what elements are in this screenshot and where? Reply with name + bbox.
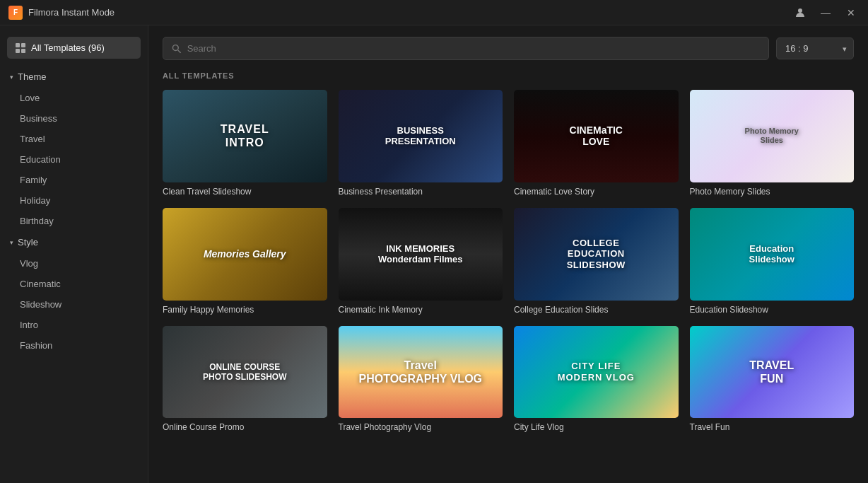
template-thumb-text-education-slideshow: Education Slideshow [749,243,794,265]
template-card-travel-photography-vlog[interactable]: Travel PHOTOGRAPHY VLOG Travel Photograp… [339,326,503,433]
content-area: 16 : 99 : 161 : 14 : 3 ALL TEMPLATES TRA… [148,25,868,483]
template-name-cinematic-ink-memory: Cinematic Ink Memory [339,305,503,315]
template-name-clean-travel-slideshow: Clean Travel Slideshow [163,187,327,197]
svg-point-1 [172,45,178,50]
close-button[interactable]: ✕ [843,4,860,21]
style-items: VlogCinematicSlideshowIntroFashion [0,253,148,356]
template-card-online-course-promo[interactable]: ONLINE COURSE PHOTO SLIDESHOW Online Cou… [163,326,327,433]
template-thumb-text-cinematic-love-story: CINEMaTIC LOVE [570,124,623,149]
template-thumb-travel-photography-vlog: Travel PHOTOGRAPHY VLOG [339,326,503,419]
user-button[interactable] [792,4,809,21]
aspect-ratio-select[interactable]: 16 : 99 : 161 : 14 : 3 [776,37,854,59]
search-wrapper [163,37,769,60]
template-card-education-slideshow[interactable]: Education Slideshow Education Slideshow [690,208,855,315]
template-thumb-college-education-slides: COLLEGE EDUCATION SLIDESHOW [514,208,679,301]
template-thumb-cinematic-ink-memory: INK MEMORIES Wonderdam Filmes [339,208,503,301]
template-thumb-text-cinematic-ink-memory: INK MEMORIES Wonderdam Filmes [378,243,463,265]
sidebar-item-birthday[interactable]: Birthday [0,211,148,231]
template-card-cinematic-love-story[interactable]: CINEMaTIC LOVE Cinematic Love Story [514,90,679,197]
minimize-button[interactable]: — [817,4,834,21]
sidebar-item-education[interactable]: Education [0,149,148,170]
template-grid: TRAVEL INTRO Clean Travel Slideshow BUSI… [163,90,854,432]
svg-point-0 [798,8,802,13]
title-bar: F Filmora Instant Mode — ✕ [0,0,868,25]
template-name-online-course-promo: Online Course Promo [163,422,327,432]
sidebar-item-vlog[interactable]: Vlog [0,253,148,274]
template-thumb-cinematic-love-story: CINEMaTIC LOVE [514,90,679,182]
sidebar-item-business[interactable]: Business [0,108,148,129]
theme-section-label: Theme [18,71,46,82]
style-section-header[interactable]: ▾ Style [0,231,148,253]
template-thumb-text-college-education-slides: COLLEGE EDUCATION SLIDESHOW [567,238,626,271]
title-bar-left: F Filmora Instant Mode [8,6,115,20]
template-card-business-presentation[interactable]: BUSINESS PRESENTATION Business Presentat… [339,90,503,197]
template-name-city-life-vlog: City Life Vlog [514,422,679,432]
all-templates-label: All Templates (96) [31,42,105,53]
template-name-family-happy-memories: Family Happy Memories [163,305,327,315]
style-section-label: Style [18,237,38,248]
template-card-cinematic-ink-memory[interactable]: INK MEMORIES Wonderdam Filmes Cinematic … [339,208,503,315]
template-thumb-travel-fun: TRAVEL FUN [690,326,855,419]
template-name-cinematic-love-story: Cinematic Love Story [514,187,679,197]
section-label: ALL TEMPLATES [163,71,854,80]
template-thumb-city-life-vlog: CITY LIFE MODERN VLOG [514,326,679,419]
template-thumb-text-clean-travel-slideshow: TRAVEL INTRO [221,122,269,149]
sidebar-item-slideshow[interactable]: Slideshow [0,294,148,315]
template-name-photo-memory-slides: Photo Memory Slides [690,187,855,197]
search-icon [172,44,182,54]
theme-items: LoveBusinessTravelEducationFamilyHoliday… [0,88,148,231]
sidebar-item-travel[interactable]: Travel [0,129,148,149]
template-card-travel-fun[interactable]: TRAVEL FUN Travel Fun [690,326,855,433]
app-logo: F [8,6,23,20]
template-name-travel-fun: Travel Fun [690,422,855,432]
template-card-family-happy-memories[interactable]: Memories Gallery Family Happy Memories [163,208,327,315]
template-thumb-text-family-happy-memories: Memories Gallery [204,248,286,260]
template-thumb-text-business-presentation: BUSINESS PRESENTATION [385,125,456,147]
sidebar-item-cinematic[interactable]: Cinematic [0,274,148,294]
grid-icon [16,43,25,53]
sidebar-item-love[interactable]: Love [0,88,148,108]
template-thumb-text-travel-photography-vlog: Travel PHOTOGRAPHY VLOG [358,359,482,385]
template-name-college-education-slides: College Education Slides [514,305,679,315]
template-name-business-presentation: Business Presentation [339,187,503,197]
template-thumb-text-city-life-vlog: CITY LIFE MODERN VLOG [558,361,635,383]
template-name-travel-photography-vlog: Travel Photography Vlog [339,422,503,432]
template-thumb-online-course-promo: ONLINE COURSE PHOTO SLIDESHOW [163,326,327,419]
template-thumb-family-happy-memories: Memories Gallery [163,208,327,301]
template-thumb-clean-travel-slideshow: TRAVEL INTRO [163,90,327,182]
sidebar-item-family[interactable]: Family [0,170,148,190]
sidebar-item-fashion[interactable]: Fashion [0,335,148,356]
style-arrow-icon: ▾ [10,239,13,246]
template-card-college-education-slides[interactable]: COLLEGE EDUCATION SLIDESHOW College Educ… [514,208,679,315]
title-bar-controls: — ✕ [792,4,860,21]
theme-arrow-icon: ▾ [10,74,13,81]
template-thumb-business-presentation: BUSINESS PRESENTATION [339,90,503,182]
template-thumb-photo-memory-slides: Photo Memory Slides [690,90,855,182]
template-thumb-text-photo-memory-slides: Photo Memory Slides [745,127,799,145]
main-layout: All Templates (96) ▾ Theme LoveBusinessT… [0,25,868,483]
template-thumb-text-online-course-promo: ONLINE COURSE PHOTO SLIDESHOW [203,362,286,383]
svg-line-2 [178,50,181,52]
app-title: Filmora Instant Mode [28,7,115,18]
template-card-city-life-vlog[interactable]: CITY LIFE MODERN VLOG City Life Vlog [514,326,679,433]
template-thumb-education-slideshow: Education Slideshow [690,208,855,301]
sidebar-item-holiday[interactable]: Holiday [0,190,148,211]
template-card-photo-memory-slides[interactable]: Photo Memory Slides Photo Memory Slides [690,90,855,197]
search-input[interactable] [187,37,760,59]
template-name-education-slideshow: Education Slideshow [690,305,855,315]
search-bar-row: 16 : 99 : 161 : 14 : 3 [163,37,854,60]
all-templates-button[interactable]: All Templates (96) [7,37,141,59]
template-thumb-text-travel-fun: TRAVEL FUN [749,359,794,385]
sidebar-item-intro[interactable]: Intro [0,315,148,335]
template-card-clean-travel-slideshow[interactable]: TRAVEL INTRO Clean Travel Slideshow [163,90,327,197]
theme-section-header[interactable]: ▾ Theme [0,66,148,88]
sidebar: All Templates (96) ▾ Theme LoveBusinessT… [0,25,148,483]
aspect-ratio-wrapper: 16 : 99 : 161 : 14 : 3 [776,37,854,59]
